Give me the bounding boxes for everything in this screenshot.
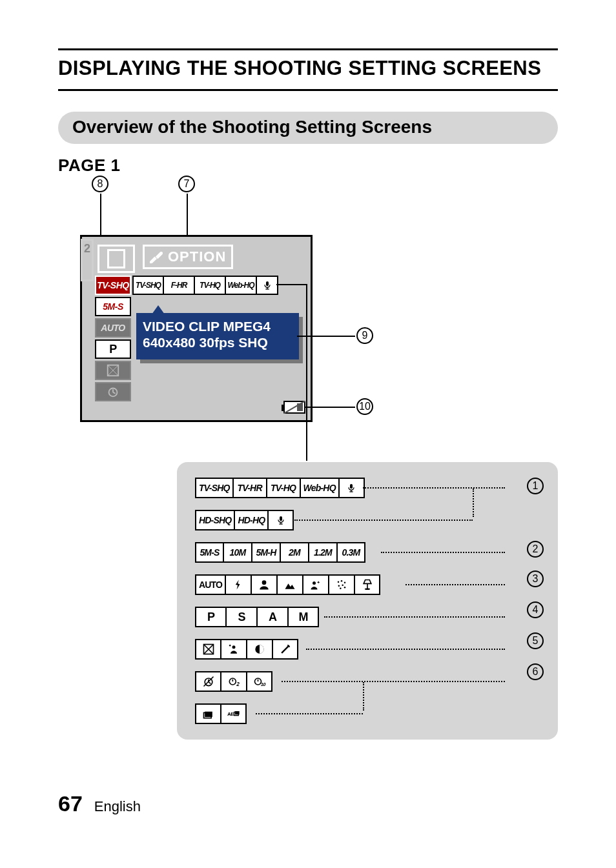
filter-cosmetic-icon [221, 639, 247, 660]
timer-2-icon: 2 [221, 671, 247, 692]
tab-2: 2 [81, 239, 94, 281]
svg-point-12 [262, 580, 267, 585]
svg-point-20 [344, 587, 346, 589]
row-self-timer: 2 10 [195, 671, 540, 694]
svg-line-30 [209, 682, 210, 684]
scene-sports-icon [225, 574, 251, 595]
callout-10: 10 [356, 398, 373, 415]
cell-hdhq: HD-HQ [234, 510, 268, 530]
cell-a: A [257, 607, 288, 627]
callout-9: 9 [356, 327, 373, 344]
page-title: DISPLAYING THE SHOOTING SETTING SCREENS [58, 57, 558, 80]
option-chip: OPTION [143, 245, 233, 269]
page-footer: 67 English [58, 791, 141, 816]
svg-point-26 [232, 645, 236, 649]
svg-rect-2 [266, 281, 269, 286]
camera-screen: 2 OPTION TV-SHQ 5M-S AUTO P [80, 235, 313, 422]
svg-text:10: 10 [260, 681, 265, 687]
svg-line-5 [283, 401, 305, 414]
left-menu-column: TV-SHQ 5M-S AUTO P [95, 276, 131, 401]
svg-rect-6 [350, 484, 353, 489]
detail-panel: 1 2 3 4 5 6 TV-SHQ TV-HR TV-HQ Web-HQ [177, 462, 558, 740]
cell-s: S [226, 607, 257, 627]
svg-point-22 [365, 588, 370, 590]
cell-p: P [195, 607, 226, 627]
drive-ae-bracket-icon: AE [221, 703, 247, 724]
page-label: PAGE 1 [58, 156, 558, 176]
battery-icon [283, 401, 305, 414]
section-subtitle: Overview of the Shooting Setting Screens [58, 112, 558, 144]
cell-10m: 10M [223, 542, 252, 563]
svg-point-17 [338, 585, 340, 587]
row-resolution: 5M-S 10M 5M-H 2M 1.2M 0.3M [195, 542, 540, 565]
row-filter [195, 639, 540, 662]
svg-point-19 [340, 588, 342, 590]
svg-point-15 [341, 580, 343, 582]
callout-7: 7 [178, 176, 195, 192]
cell-mic-icon [339, 478, 365, 498]
cell-5mh: 5M-H [252, 542, 280, 563]
cell-mic-icon [268, 510, 294, 530]
tab-1 [98, 245, 135, 273]
cell-tvshq: TV-SHQ [132, 276, 163, 295]
filter-sepia-icon [272, 639, 298, 660]
svg-point-13 [313, 581, 316, 585]
wrench-icon [149, 249, 164, 265]
left-item-p: P [95, 339, 131, 359]
filter-none-icon [195, 639, 221, 660]
row-video-tv: TV-SHQ TV-HR TV-HQ Web-HQ [195, 478, 540, 501]
left-item-auto: AUTO [95, 318, 131, 338]
svg-point-14 [338, 581, 340, 583]
drive-single-icon [195, 703, 221, 724]
left-item-tvshq: TV-SHQ [95, 276, 131, 295]
scene-landscape-icon [277, 574, 303, 595]
page-number: 67 [58, 791, 83, 816]
timer-off-icon [195, 671, 221, 692]
left-item-5ms: 5M-S [95, 297, 131, 316]
diagram-area: 8 7 2 OPTION TV-SHQ 5M-S AUTO P [58, 179, 558, 760]
cell-tvhq: TV-HQ [194, 276, 225, 295]
row-scene: AUTO [195, 574, 540, 598]
scene-portrait-icon [251, 574, 277, 595]
cell-hdshq: HD-SHQ [195, 510, 234, 530]
timer-10-icon: 10 [247, 671, 272, 692]
svg-text:2: 2 [236, 681, 240, 687]
cell-mic-icon [256, 276, 278, 295]
scene-night-portrait-icon [303, 574, 329, 595]
cell-12m: 1.2M [309, 542, 337, 563]
scene-snow-icon [329, 574, 354, 595]
svg-rect-9 [280, 516, 282, 521]
cell-tvhq: TV-HQ [267, 478, 300, 498]
svg-text:AE: AE [227, 711, 234, 717]
scene-lamp-icon [354, 574, 380, 595]
row-exposure-mode: P S A M [195, 607, 540, 630]
cell-2m: 2M [280, 542, 309, 563]
cell-auto: AUTO [195, 574, 225, 595]
row-video-hd: HD-SHQ HD-HQ [195, 510, 540, 533]
language-label: English [94, 798, 141, 815]
cell-5ms: 5M-S [195, 542, 223, 563]
svg-point-18 [342, 585, 344, 587]
cell-m: M [288, 607, 319, 627]
callout-8: 8 [92, 176, 108, 192]
cell-tvhr: TV-HR [233, 478, 267, 498]
setting-tooltip: VIDEO CLIP MPEG4 640x480 30fps SHQ [136, 313, 299, 359]
svg-point-16 [344, 581, 346, 583]
row-drive-mode: AE [195, 703, 540, 727]
cell-webhq: Web-HQ [300, 478, 339, 498]
cell-webhq: Web-HQ [225, 276, 256, 295]
filter-monochrome-icon [247, 639, 272, 660]
cell-03m: 0.3M [337, 542, 365, 563]
left-item-filter-icon [95, 361, 131, 380]
top-row-strip: TV-SHQ F-HR TV-HQ Web-HQ [132, 276, 278, 295]
left-item-timer-icon [95, 382, 131, 401]
cell-fhr: F-HR [163, 276, 194, 295]
cell-tvshq: TV-SHQ [195, 478, 233, 498]
